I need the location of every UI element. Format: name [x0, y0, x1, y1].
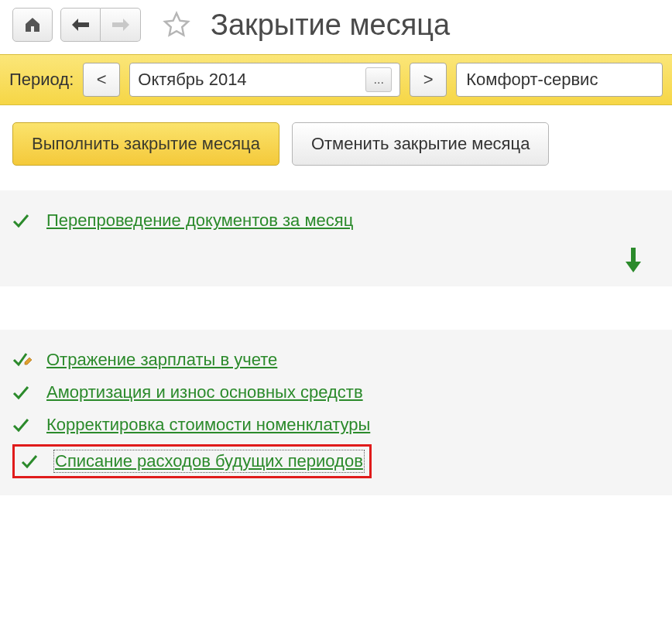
period-bar: Период: < Октябрь 2014 ... > Комфорт-сер… [0, 54, 672, 105]
organization-value: Комфорт-сервис [466, 70, 598, 90]
check-icon [21, 452, 43, 471]
favorite-button[interactable] [159, 8, 194, 42]
check-icon [12, 416, 34, 434]
nav-group [60, 8, 141, 42]
cancel-close-month-button[interactable]: Отменить закрытие месяца [292, 122, 549, 166]
period-value: Октябрь 2014 [138, 70, 365, 90]
home-button[interactable] [12, 8, 53, 42]
operations-block-2: Отражение зарплаты в учете Амортизация и… [0, 330, 672, 495]
period-label: Период: [9, 70, 74, 90]
period-prev-button[interactable]: < [83, 63, 120, 97]
operation-row: Отражение зарплаты в учете [12, 344, 660, 376]
organization-field[interactable]: Комфорт-сервис [456, 63, 663, 97]
period-next-button[interactable]: > [410, 63, 447, 97]
action-row: Выполнить закрытие месяца Отменить закры… [0, 105, 672, 173]
operation-row: Корректировка стоимости номенклатуры [12, 409, 660, 441]
operation-link-repost[interactable]: Перепроведение документов за месяц [46, 211, 353, 231]
execute-close-month-button[interactable]: Выполнить закрытие месяца [12, 122, 279, 166]
back-button[interactable] [60, 8, 101, 42]
operation-row: Амортизация и износ основных средств [12, 376, 660, 409]
toolbar: Закрытие месяца [0, 0, 672, 50]
period-field[interactable]: Октябрь 2014 ... [129, 63, 400, 97]
page-title: Закрытие месяца [211, 9, 450, 42]
operation-row: Перепроведение документов за месяц [12, 204, 660, 237]
home-icon [23, 15, 42, 34]
arrow-left-icon [70, 17, 91, 33]
check-icon [12, 383, 34, 402]
flow-arrow-row [12, 237, 660, 272]
check-edit-icon [12, 351, 34, 369]
operation-link-cost-adjustment[interactable]: Корректировка стоимости номенклатуры [46, 415, 370, 435]
svg-rect-0 [631, 248, 636, 262]
arrow-down-icon [626, 248, 641, 272]
operation-link-writeoff[interactable]: Списание расходов будущих периодов [55, 451, 363, 471]
operations-block-1: Перепроведение документов за месяц [0, 190, 672, 286]
operation-link-depreciation[interactable]: Амортизация и износ основных средств [46, 382, 363, 402]
operation-link-salary[interactable]: Отражение зарплаты в учете [46, 350, 277, 370]
arrow-right-icon [111, 17, 131, 33]
highlighted-operation: Списание расходов будущих периодов [12, 444, 372, 478]
forward-button[interactable] [101, 8, 141, 42]
star-icon [163, 11, 190, 39]
check-icon [12, 211, 34, 230]
period-picker-button[interactable]: ... [365, 67, 392, 92]
